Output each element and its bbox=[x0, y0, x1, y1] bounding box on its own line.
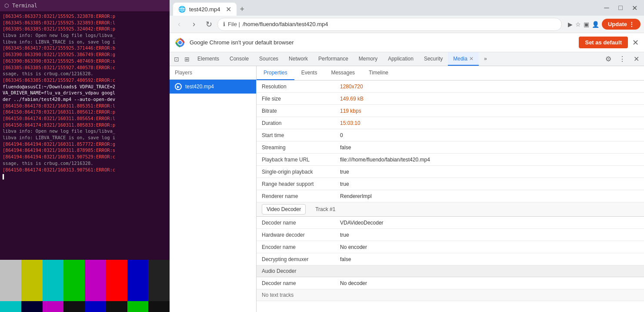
media-tab-close[interactable]: ✕ bbox=[469, 56, 474, 62]
prop-value: true bbox=[335, 229, 644, 241]
terminal-line: libva info: LIBVA_TRACE is on, save log … bbox=[3, 39, 167, 45]
players-header: Players bbox=[170, 66, 256, 80]
prop-value: false bbox=[335, 254, 644, 265]
tab-bar: 🌐 test420.mp4 ✕ + bbox=[173, 0, 599, 16]
browser-tab-active[interactable]: 🌐 test420.mp4 ✕ bbox=[173, 3, 237, 16]
update-menu-icon: ⋮ bbox=[629, 21, 634, 27]
profile-icon[interactable]: 👤 bbox=[592, 21, 599, 28]
terminal-header: ⬡ Terminal bbox=[0, 0, 170, 11]
terminal-line: [863385:863385:0321/155927.480578:ERROR:… bbox=[3, 64, 167, 71]
reload-button[interactable]: ↻ bbox=[203, 18, 215, 30]
tab-close-button[interactable]: ✕ bbox=[226, 5, 231, 13]
close-button[interactable]: ✕ bbox=[628, 2, 641, 14]
prop-name: Start time bbox=[257, 130, 335, 141]
terminal-line: [864150:864178:0321/160311.805612:ERROR:… bbox=[3, 109, 167, 115]
restore-button[interactable]: □ bbox=[614, 2, 627, 14]
devtools-sidebar-icon[interactable]: ⊞ bbox=[182, 56, 192, 63]
tab-console[interactable]: Console bbox=[224, 52, 254, 66]
address-icons: ▶ ☆ ▣ 👤 bbox=[568, 21, 599, 28]
player-item-test420[interactable]: ▶ test420.mp4 bbox=[170, 80, 256, 94]
prop-row-encoder-name: Encoder name No encoder bbox=[257, 241, 644, 253]
tab-elements[interactable]: Elements bbox=[192, 52, 224, 66]
terminal-line: [864150:864178:0321/160311.805351:ERROR:… bbox=[3, 103, 167, 109]
prop-name: Decrypting demuxer bbox=[257, 254, 335, 265]
terminal-line: fluendo@asusCI:~/Downloads$ VDPAU_TRACE=… bbox=[3, 84, 167, 90]
no-text-tracks: No text tracks bbox=[257, 289, 644, 301]
address-input-wrap[interactable]: ℹ File | /home/fluendo/fabian/test420.mp… bbox=[217, 18, 562, 31]
new-tab-button[interactable]: + bbox=[237, 3, 248, 16]
forward-button[interactable]: › bbox=[188, 18, 200, 30]
terminal-line: [863390:863390:0321/155925.407469:ERROR:… bbox=[3, 58, 167, 64]
minimize-button[interactable]: ─ bbox=[601, 2, 613, 14]
tab-application[interactable]: Application bbox=[383, 52, 419, 66]
info-bar: Google Chrome isn't your default browser… bbox=[170, 33, 644, 52]
info-bar-text: Google Chrome isn't your default browser bbox=[190, 39, 574, 46]
tab-security[interactable]: Security bbox=[419, 52, 448, 66]
update-button[interactable]: Update ⋮ bbox=[602, 19, 641, 30]
properties-tabs: Properties Events Messages Timeline bbox=[257, 66, 644, 81]
devtools-settings-button[interactable]: ⚙ bbox=[602, 53, 614, 65]
tab-more[interactable]: » bbox=[479, 52, 492, 66]
prop-name: Encoder name bbox=[257, 242, 335, 253]
terminal-line: [863345:863385:0321/155927.480592:ERROR:… bbox=[3, 77, 167, 84]
devtools-more-button[interactable]: ⋮ bbox=[616, 53, 628, 65]
prop-row-renderer: Renderer name RendererImpl bbox=[257, 190, 644, 202]
prop-name: Single-origin playback bbox=[257, 166, 335, 178]
devtools-close-button[interactable]: ✕ bbox=[630, 53, 642, 65]
section-tab-video-decoder[interactable]: Video Decoder bbox=[262, 204, 306, 215]
terminal-line: [864194:864194:0321/160311.878985:ERROR:… bbox=[3, 147, 167, 154]
video-preview bbox=[0, 260, 170, 312]
terminal-line: libva info: Open new log file logs/libva… bbox=[3, 32, 167, 39]
window-controls: ─ □ ✕ bbox=[601, 2, 641, 14]
prop-value: 0 bbox=[335, 130, 644, 141]
terminal-line: libva info: Open new log file logs/libva… bbox=[3, 128, 167, 134]
split-screen-icon[interactable]: ▣ bbox=[584, 21, 589, 28]
prop-row-playbackurl: Playback frame URL file:///home/fluendo/… bbox=[257, 154, 644, 166]
tab-media[interactable]: Media ✕ bbox=[448, 52, 479, 66]
tab-sources[interactable]: Sources bbox=[254, 52, 284, 66]
bookmark-icon[interactable]: ☆ bbox=[575, 21, 581, 28]
prop-name: Streaming bbox=[257, 142, 335, 153]
prop-name: Playback frame URL bbox=[257, 154, 335, 165]
prop-row-decoder-name: Decoder name VDAVideoDecoder bbox=[257, 217, 644, 229]
tab-performance[interactable]: Performance bbox=[313, 52, 354, 66]
players-sidebar: Players ▶ test420.mp4 bbox=[170, 66, 257, 312]
bottom-bars bbox=[0, 301, 170, 312]
prop-value: VDAVideoDecoder bbox=[335, 217, 644, 228]
tab-network[interactable]: Network bbox=[284, 52, 313, 66]
terminal-title: Terminal bbox=[12, 3, 37, 9]
audio-decoder-label: Audio Decoder bbox=[257, 265, 644, 277]
terminal-line: [863390:863390:0321/155925.386749:ERROR:… bbox=[3, 51, 167, 58]
prop-value: 15:03:10 bbox=[335, 117, 644, 129]
devtools-undock-icon[interactable]: ⊡ bbox=[171, 56, 182, 63]
terminal-line: [863345:863417:0321/155925.371446:ERROR:… bbox=[3, 45, 167, 51]
tab-memory[interactable]: Memory bbox=[354, 52, 383, 66]
terminal-icon: ⬡ bbox=[4, 3, 9, 9]
prop-tab-properties[interactable]: Properties bbox=[257, 66, 294, 80]
prop-tab-messages[interactable]: Messages bbox=[324, 66, 362, 80]
back-button[interactable]: ‹ bbox=[173, 18, 185, 30]
prop-value: false bbox=[335, 142, 644, 153]
prop-name: Decoder name bbox=[257, 217, 335, 228]
set-default-button[interactable]: Set as default bbox=[579, 37, 628, 48]
properties-panel: Properties Events Messages Timeline Reso… bbox=[257, 66, 644, 312]
devtools-actions: ⚙ ⋮ ✕ bbox=[602, 53, 642, 65]
prop-value: No encoder bbox=[335, 242, 644, 253]
terminal-line: der ../fabian/test420.mp4 --auto-open-de… bbox=[3, 96, 167, 103]
terminal-line: libva info: LIBVA_TRACE is on, save log … bbox=[3, 134, 167, 141]
properties-table: Resolution 1280x720 File size 149.69 kB … bbox=[257, 81, 644, 312]
prop-tab-events[interactable]: Events bbox=[294, 66, 324, 80]
devtools-tab-bar: ⊡ ⊞ Elements Console Sources Network Per… bbox=[170, 52, 644, 66]
prop-value: true bbox=[335, 178, 644, 190]
prop-name: Bitrate bbox=[257, 105, 335, 117]
prop-value: No decoder bbox=[335, 278, 644, 289]
terminal-line: [864194:864194:0321/160313.907529:ERROR:… bbox=[3, 154, 167, 160]
info-bar-close-button[interactable]: ✕ bbox=[632, 38, 639, 47]
prop-value: 119 kbps bbox=[335, 105, 644, 117]
prop-row-starttime: Start time 0 bbox=[257, 129, 644, 141]
prop-tab-timeline[interactable]: Timeline bbox=[362, 66, 395, 80]
tab-title: test420.mp4 bbox=[189, 6, 220, 13]
section-tab-track1[interactable]: Track #1 bbox=[311, 205, 340, 214]
prop-row-resolution: Resolution 1280x720 bbox=[257, 81, 644, 93]
cast-icon[interactable]: ▶ bbox=[568, 21, 573, 28]
